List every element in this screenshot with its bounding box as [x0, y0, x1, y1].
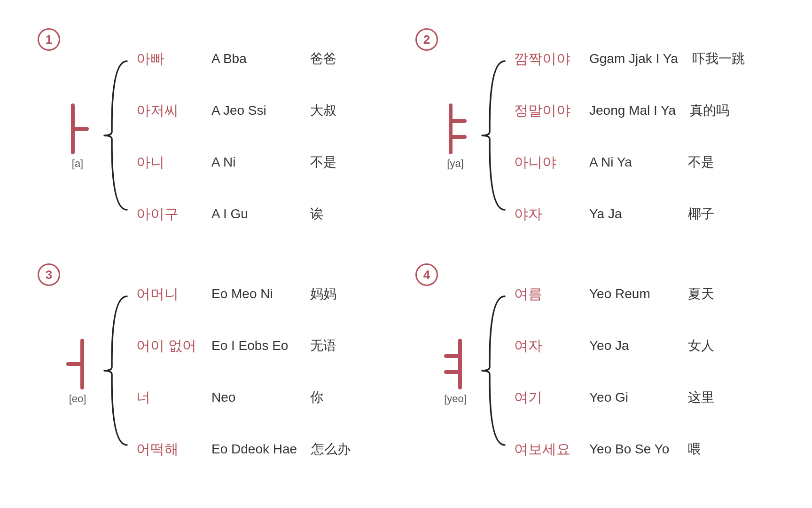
vowel-symbol-1: [a]: [66, 103, 89, 170]
section-3: 3 [eo] 어머니Eo Meo Ni妈妈어이 없어Eo I Eobs Eo无语…: [28, 254, 406, 489]
section-inner-3: [eo] 어머니Eo Meo Ni妈妈어이 없어Eo I Eobs Eo无语너N…: [66, 268, 387, 475]
romanized-word: A Bba: [211, 51, 296, 66]
word-row: 아니야A Ni Ya不是: [514, 149, 745, 176]
word-row: 여름Yeo Reum夏天: [514, 281, 714, 308]
korean-word: 아니: [136, 153, 197, 172]
korean-word: 아니야: [514, 153, 575, 172]
word-row: 야자Ya Ja椰子: [514, 201, 745, 228]
chinese-word: 你: [310, 389, 323, 406]
vowel-label-1: [a]: [72, 158, 83, 170]
romanized-word: Eo I Eobs Eo: [211, 338, 296, 353]
korean-word: 어이 없어: [136, 336, 197, 356]
chinese-word: 诶: [310, 205, 323, 223]
chinese-word: 椰子: [688, 205, 714, 223]
korean-word: 야자: [514, 205, 575, 224]
korean-word: 너: [136, 388, 197, 407]
romanized-word: A Jeo Ssi: [211, 103, 296, 118]
chinese-word: 吓我一跳: [692, 50, 745, 68]
romanized-word: Yeo Gi: [589, 390, 674, 405]
chinese-word: 大叔: [310, 102, 336, 119]
word-row: 어머니Eo Meo Ni妈妈: [136, 281, 351, 308]
word-row: 어떡해Eo Ddeok Hae怎么办: [136, 436, 351, 463]
vowel-symbol-4: [yeo]: [444, 338, 467, 405]
section-2: 2 [ya] 깜짝이야Ggam Jjak I Ya吓我一跳정말이야Jeong M…: [406, 19, 784, 254]
section-number-4: 4: [415, 263, 438, 286]
romanized-word: A Ni Ya: [589, 155, 674, 170]
chinese-word: 女人: [688, 337, 714, 355]
word-row: 아니A Ni不是: [136, 149, 336, 176]
word-row: 정말이야Jeong Mal I Ya真的吗: [514, 97, 745, 124]
korean-word: 아이구: [136, 205, 197, 224]
word-row: 여기Yeo Gi这里: [514, 384, 714, 411]
words-list-2: 깜짝이야Ggam Jjak I Ya吓我一跳정말이야Jeong Mal I Ya…: [514, 33, 745, 240]
chinese-word: 这里: [688, 389, 714, 406]
words-list-3: 어머니Eo Meo Ni妈妈어이 없어Eo I Eobs Eo无语너Neo你어떡…: [136, 268, 351, 475]
vowel-label-2: [ya]: [447, 158, 463, 170]
chinese-word: 真的吗: [690, 102, 729, 119]
section-number-2: 2: [415, 28, 438, 51]
korean-word: 정말이야: [514, 101, 575, 120]
vowel-label-3: [eo]: [69, 393, 86, 405]
korean-word: 어떡해: [136, 440, 197, 459]
chinese-word: 夏天: [688, 285, 714, 303]
section-4: 4 [yeo] 여름Yeo Reum夏天여자Yeo Ja女人여기Yeo Gi这里…: [406, 254, 784, 489]
brace-4: [481, 295, 509, 448]
romanized-word: Yeo Reum: [589, 286, 674, 302]
word-row: 아빠A Bba爸爸: [136, 46, 336, 72]
chinese-word: 妈妈: [310, 285, 336, 303]
chinese-word: 不是: [310, 153, 336, 171]
word-row: 아이구A I Gu诶: [136, 201, 336, 228]
page: 1 [a] 아빠A Bba爸爸아저씨A Jeo Ssi大叔아니A Ni不是아이구…: [0, 0, 812, 508]
korean-word: 어머니: [136, 285, 197, 304]
korean-word: 아빠: [136, 49, 197, 69]
brace-1: [103, 60, 132, 213]
romanized-word: Ggam Jjak I Ya: [589, 51, 678, 66]
romanized-word: Jeong Mal I Ya: [589, 103, 676, 118]
korean-word: 여기: [514, 388, 575, 407]
word-row: 여자Yeo Ja女人: [514, 333, 714, 359]
section-inner-1: [a] 아빠A Bba爸爸아저씨A Jeo Ssi大叔아니A Ni不是아이구A …: [66, 33, 387, 240]
romanized-word: Eo Meo Ni: [211, 286, 296, 302]
romanized-word: Neo: [211, 390, 296, 405]
romanized-word: A Ni: [211, 155, 296, 170]
vowel-symbol-2: [ya]: [444, 103, 467, 170]
romanized-word: Yeo Bo Se Yo: [589, 442, 674, 457]
word-row: 여보세요Yeo Bo Se Yo喂: [514, 436, 714, 463]
words-list-4: 여름Yeo Reum夏天여자Yeo Ja女人여기Yeo Gi这里여보세요Yeo …: [514, 268, 714, 475]
korean-word: 여자: [514, 336, 575, 356]
korean-word: 깜짝이야: [514, 49, 575, 69]
romanized-word: Ya Ja: [589, 206, 674, 222]
korean-word: 여보세요: [514, 440, 575, 459]
vowel-label-4: [yeo]: [444, 393, 467, 405]
romanized-word: Yeo Ja: [589, 338, 674, 353]
word-row: 깜짝이야Ggam Jjak I Ya吓我一跳: [514, 46, 745, 72]
korean-word: 여름: [514, 285, 575, 304]
word-row: 어이 없어Eo I Eobs Eo无语: [136, 333, 351, 359]
section-number-1: 1: [38, 28, 60, 51]
vowel-symbol-3: [eo]: [66, 338, 89, 405]
chinese-word: 喂: [688, 440, 701, 458]
section-inner-4: [yeo] 여름Yeo Reum夏天여자Yeo Ja女人여기Yeo Gi这里여보…: [444, 268, 765, 475]
romanized-word: Eo Ddeok Hae: [211, 442, 297, 457]
korean-word: 아저씨: [136, 101, 197, 120]
brace-3: [103, 295, 132, 448]
romanized-word: A I Gu: [211, 206, 296, 222]
section-number-3: 3: [38, 263, 60, 286]
section-inner-2: [ya] 깜짝이야Ggam Jjak I Ya吓我一跳정말이야Jeong Mal…: [444, 33, 765, 240]
word-row: 아저씨A Jeo Ssi大叔: [136, 97, 336, 124]
words-list-1: 아빠A Bba爸爸아저씨A Jeo Ssi大叔아니A Ni不是아이구A I Gu…: [136, 33, 336, 240]
chinese-word: 不是: [688, 153, 714, 171]
brace-2: [481, 60, 509, 213]
word-row: 너Neo你: [136, 384, 351, 411]
chinese-word: 怎么办: [311, 440, 351, 458]
chinese-word: 无语: [310, 337, 336, 355]
chinese-word: 爸爸: [310, 50, 336, 68]
section-1: 1 [a] 아빠A Bba爸爸아저씨A Jeo Ssi大叔아니A Ni不是아이구…: [28, 19, 406, 254]
